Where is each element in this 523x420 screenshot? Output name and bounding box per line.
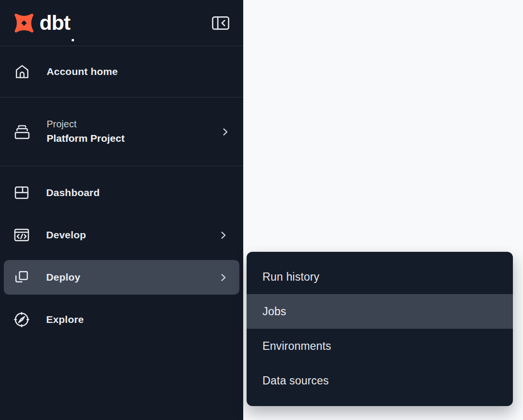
submenu-item-data-sources[interactable]: Data sources (247, 363, 513, 398)
sidebar-item-dashboard[interactable]: Dashboard (4, 175, 239, 210)
sidebar-item-label: Dashboard (46, 187, 100, 198)
sidebar-item-deploy[interactable]: Deploy (4, 260, 239, 295)
collapse-sidebar-icon (212, 15, 230, 31)
sidebar-item-project[interactable]: Project Platform Project (0, 98, 243, 166)
sidebar: dbt Account home Proj (0, 0, 243, 420)
explore-compass-icon (13, 311, 30, 328)
sidebar-item-label: Account home (47, 66, 118, 77)
deploy-submenu: Run history Jobs Environments Data sourc… (247, 252, 513, 406)
submenu-item-run-history[interactable]: Run history (247, 259, 513, 294)
project-kicker: Project (47, 117, 125, 131)
deploy-icon (13, 269, 30, 286)
home-icon (13, 62, 31, 81)
sidebar-item-label: Deploy (46, 272, 80, 283)
project-name: Platform Project (47, 131, 125, 146)
sidebar-item-account-home[interactable]: Account home (0, 46, 243, 98)
submenu-item-jobs[interactable]: Jobs (247, 294, 513, 329)
sidebar-nav: Dashboard Develop (0, 166, 243, 346)
submenu-item-environments[interactable]: Environments (247, 329, 513, 363)
collapse-sidebar-button[interactable] (211, 14, 231, 32)
logo-wordmark: dbt (39, 12, 70, 33)
sidebar-item-explore[interactable]: Explore (4, 302, 239, 337)
chevron-right-icon (219, 273, 228, 282)
chevron-right-icon (219, 231, 228, 240)
dashboard-icon (13, 184, 30, 201)
sidebar-item-label: Explore (46, 314, 84, 325)
sidebar-header: dbt (0, 0, 243, 46)
dbt-logo-icon[interactable] (12, 12, 36, 35)
project-stack-icon (13, 123, 31, 140)
develop-icon (13, 226, 30, 244)
logo-dot (72, 39, 74, 41)
sidebar-item-label: Develop (46, 229, 86, 241)
sidebar-item-develop[interactable]: Develop (4, 218, 239, 252)
chevron-right-icon (221, 127, 230, 136)
